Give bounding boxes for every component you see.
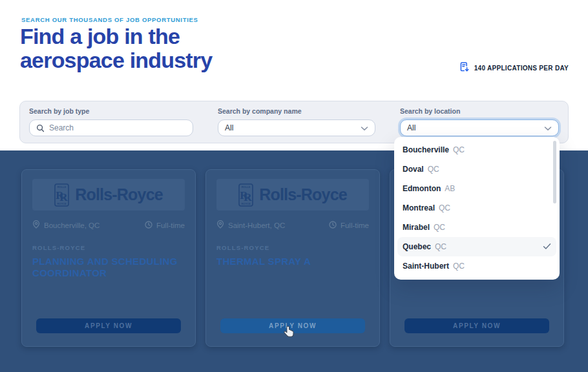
apply-now-button[interactable]: APPLY NOW	[404, 318, 549, 333]
svg-text:ROYCE: ROYCE	[242, 202, 251, 205]
dropdown-option-selected[interactable]: QuebecQC	[397, 237, 556, 256]
job-employment-type: Full-time	[341, 222, 369, 229]
dropdown-option[interactable]: DovalQC	[397, 160, 556, 179]
document-arrow-down-icon	[459, 61, 470, 75]
job-employment-type: Full-time	[156, 222, 185, 229]
applications-per-day-label: 140 APPLICATIONS PER DAY	[474, 65, 569, 72]
job-meta-row: Boucherville, QC Full-time	[32, 220, 185, 230]
rolls-royce-badge-icon: ROLLS R R ROYCE	[54, 183, 69, 207]
job-type-search-input[interactable]	[49, 123, 186, 132]
company-field: Search by company name All	[218, 107, 375, 136]
check-icon	[543, 241, 551, 253]
dropdown-option[interactable]: BouchervilleQC	[397, 140, 556, 160]
dropdown-option[interactable]: EdmontonAB	[397, 179, 556, 198]
svg-text:ROYCE: ROYCE	[58, 202, 67, 205]
location-field: Search by location All	[400, 107, 559, 136]
rolls-royce-badge-icon: ROLLS R R ROYCE	[238, 183, 253, 207]
dropdown-option[interactable]: Saint-HubertQC	[397, 256, 556, 276]
job-type-input-wrapper[interactable]	[29, 119, 193, 136]
page-title: Find a job in theaerospace industry	[20, 25, 212, 72]
svg-text:ROLLS: ROLLS	[58, 185, 67, 189]
rolls-royce-wordmark: Rolls-Royce	[259, 185, 347, 204]
search-icon	[36, 124, 45, 132]
job-type-label: Search by job type	[29, 107, 193, 115]
eyebrow-text: SEARCH OUR THOUSANDS OF JOB OPPORTUNITIE…	[21, 16, 198, 23]
clock-icon	[145, 221, 152, 230]
location-select[interactable]: All	[400, 119, 559, 136]
chevron-down-icon	[361, 122, 368, 134]
job-type-field: Search by job type	[29, 107, 193, 136]
company-select[interactable]: All	[218, 119, 375, 136]
dropdown-option[interactable]: MirabelQC	[397, 218, 556, 237]
job-company-name: ROLLS-ROYCE	[32, 244, 185, 251]
company-logo: ROLLS R R ROYCE Rolls-Royce	[216, 179, 369, 211]
applications-per-day-stat: 140 APPLICATIONS PER DAY	[459, 61, 569, 75]
apply-now-button[interactable]: APPLY NOW	[36, 318, 181, 333]
location-select-value: All	[407, 123, 544, 132]
hand-pointer-cursor	[284, 326, 295, 342]
chevron-down-icon	[544, 122, 552, 134]
job-company-name: ROLLS-ROYCE	[216, 244, 369, 251]
dropdown-option[interactable]: MontrealQC	[397, 198, 556, 218]
job-location: Boucherville, QC	[44, 222, 100, 229]
location-label: Search by location	[400, 107, 559, 115]
job-title: PLANNING AND SCHEDULING COORDINATOR	[32, 256, 185, 279]
page-title-line2: aerospace industry	[20, 48, 212, 72]
page-title-line1: Find a job in the	[20, 24, 180, 48]
job-title: THERMAL SPRAY A	[216, 256, 369, 267]
rolls-royce-wordmark: Rolls-Royce	[75, 185, 163, 204]
job-card[interactable]: ROLLS R R ROYCE Rolls-Royce Boucherville…	[21, 169, 196, 347]
company-select-value: All	[225, 123, 361, 132]
map-pin-icon	[216, 220, 224, 230]
page: SEARCH OUR THOUSANDS OF JOB OPPORTUNITIE…	[0, 0, 588, 372]
job-card[interactable]: ROLLS R R ROYCE Rolls-Royce Saint-Hubert…	[205, 169, 380, 347]
job-meta-row: Saint-Hubert, QC Full-time	[216, 220, 369, 230]
dropdown-scrollbar[interactable]	[553, 141, 556, 203]
job-location: Saint-Hubert, QC	[228, 222, 285, 229]
map-pin-icon	[32, 220, 40, 230]
svg-text:ROLLS: ROLLS	[242, 185, 251, 189]
company-label: Search by company name	[218, 107, 375, 115]
clock-icon	[329, 221, 337, 230]
company-logo: ROLLS R R ROYCE Rolls-Royce	[32, 179, 185, 211]
location-dropdown-menu: BouchervilleQC DovalQC EdmontonAB Montre…	[394, 137, 560, 280]
